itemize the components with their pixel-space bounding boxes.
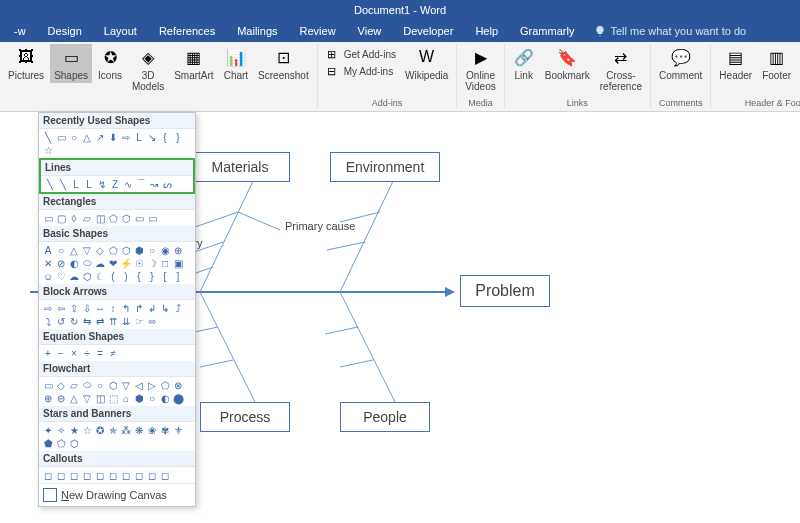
- shape-item[interactable]: ⬢: [133, 392, 145, 404]
- shape-item[interactable]: ×: [68, 347, 80, 359]
- shape-item[interactable]: ☆: [81, 424, 93, 436]
- shape-item[interactable]: ⬠: [107, 244, 119, 256]
- shape-item[interactable]: +: [42, 347, 54, 359]
- shape-line[interactable]: ╲: [44, 178, 56, 190]
- shape-item[interactable]: ▭: [55, 131, 67, 143]
- shape-item[interactable]: }: [172, 131, 184, 143]
- shape-item[interactable]: ☁: [94, 257, 106, 269]
- shape-item[interactable]: ⬠: [159, 379, 171, 391]
- shape-item[interactable]: ☞: [133, 315, 145, 327]
- shape-item[interactable]: ✯: [107, 424, 119, 436]
- shape-item[interactable]: ⇨: [120, 131, 132, 143]
- shape-item[interactable]: ⇄: [94, 315, 106, 327]
- shape-item[interactable]: ◻: [159, 469, 171, 481]
- footer-button[interactable]: ▥Footer: [758, 44, 795, 83]
- shape-item[interactable]: ☆: [42, 144, 54, 156]
- shape-item[interactable]: ╲: [42, 131, 54, 143]
- shape-item[interactable]: ◫: [94, 212, 106, 224]
- shape-item[interactable]: ▣: [172, 257, 184, 269]
- shape-item[interactable]: ▭: [146, 212, 158, 224]
- shape-item[interactable]: ⊕: [172, 244, 184, 256]
- shape-item[interactable]: ☽: [146, 257, 158, 269]
- shape-item[interactable]: ⬡: [120, 244, 132, 256]
- shape-item[interactable]: ): [120, 270, 132, 282]
- shape-item[interactable]: (: [107, 270, 119, 282]
- shape-item[interactable]: ▭: [42, 379, 54, 391]
- shape-line[interactable]: L: [83, 178, 95, 190]
- shape-item[interactable]: ⬭: [81, 379, 93, 391]
- shape-item[interactable]: ◻: [55, 469, 67, 481]
- crossref-button[interactable]: ⇄Cross- reference: [596, 44, 646, 94]
- shape-item[interactable]: ⇩: [81, 302, 93, 314]
- shape-item[interactable]: ○: [146, 244, 158, 256]
- tab-grammarly[interactable]: Grammarly: [510, 22, 584, 40]
- shape-item[interactable]: ⚜: [172, 424, 184, 436]
- shape-item[interactable]: ⬇: [107, 131, 119, 143]
- shape-item[interactable]: ☁: [68, 270, 80, 282]
- shape-item[interactable]: ⬟: [42, 437, 54, 449]
- my-addins-button[interactable]: ⊟My Add-ins: [322, 63, 399, 79]
- shape-line[interactable]: ∿: [122, 178, 134, 190]
- shape-item[interactable]: ▱: [68, 379, 80, 391]
- shape-item[interactable]: ✪: [94, 424, 106, 436]
- tab-mailings[interactable]: Mailings: [227, 22, 287, 40]
- shape-item[interactable]: ✾: [159, 424, 171, 436]
- screenshot-button[interactable]: ⊡Screenshot: [254, 44, 313, 83]
- shape-item[interactable]: ⬠: [55, 437, 67, 449]
- wikipedia-button[interactable]: WWikipedia: [401, 44, 452, 83]
- shape-item[interactable]: ↻: [68, 315, 80, 327]
- new-canvas-button[interactable]: New Drawing Canvas: [39, 483, 195, 506]
- shape-item[interactable]: ◻: [81, 469, 93, 481]
- shape-item[interactable]: −: [55, 347, 67, 359]
- shape-item[interactable]: ▱: [81, 212, 93, 224]
- shape-item[interactable]: ↰: [120, 302, 132, 314]
- shape-item[interactable]: ◫: [94, 392, 106, 404]
- box-problem[interactable]: Problem: [460, 275, 550, 307]
- shape-item[interactable]: L: [133, 131, 145, 143]
- shape-item[interactable]: ⬢: [133, 244, 145, 256]
- shape-item[interactable]: ⬄: [146, 315, 158, 327]
- shape-item[interactable]: ❋: [133, 424, 145, 436]
- shape-item[interactable]: ▽: [120, 379, 132, 391]
- shape-item[interactable]: ◻: [107, 469, 119, 481]
- shape-item[interactable]: ◻: [133, 469, 145, 481]
- shape-item[interactable]: ○: [146, 392, 158, 404]
- shape-item[interactable]: ↳: [159, 302, 171, 314]
- shape-line[interactable]: ↯: [96, 178, 108, 190]
- shape-item[interactable]: ⬡: [68, 437, 80, 449]
- shape-item[interactable]: ◐: [159, 392, 171, 404]
- tab-design[interactable]: Design: [38, 22, 92, 40]
- shape-item[interactable]: ⊘: [55, 257, 67, 269]
- box-process[interactable]: Process: [200, 402, 290, 432]
- shape-item[interactable]: ⬠: [107, 212, 119, 224]
- shape-item[interactable]: ◉: [159, 244, 171, 256]
- tab-references[interactable]: References: [149, 22, 225, 40]
- shape-item[interactable]: ⬡: [120, 212, 132, 224]
- shape-item[interactable]: [: [159, 270, 171, 282]
- shape-item[interactable]: ≠: [107, 347, 119, 359]
- shape-item[interactable]: ⌂: [120, 392, 132, 404]
- shape-item[interactable]: ↘: [146, 131, 158, 143]
- shape-item[interactable]: ⬭: [81, 257, 93, 269]
- shape-item[interactable]: ▢: [55, 212, 67, 224]
- shape-item[interactable]: ○: [68, 131, 80, 143]
- smartart-button[interactable]: ▦SmartArt: [170, 44, 217, 83]
- shape-item[interactable]: ▽: [81, 392, 93, 404]
- shape-item[interactable]: ⇦: [55, 302, 67, 314]
- icons-button[interactable]: ✪Icons: [94, 44, 126, 83]
- shape-line[interactable]: ⌒: [135, 178, 147, 190]
- shape-item[interactable]: ✧: [55, 424, 67, 436]
- link-button[interactable]: 🔗Link: [509, 44, 539, 83]
- shape-item[interactable]: ↲: [146, 302, 158, 314]
- shape-item[interactable]: ◻: [120, 469, 132, 481]
- shape-item[interactable]: ⁂: [120, 424, 132, 436]
- shape-item[interactable]: ☺: [42, 270, 54, 282]
- shape-line[interactable]: Z: [109, 178, 121, 190]
- bookmark-button[interactable]: 🔖Bookmark: [541, 44, 594, 83]
- shape-item[interactable]: ▽: [81, 244, 93, 256]
- tell-me[interactable]: Tell me what you want to do: [594, 25, 746, 37]
- shape-item[interactable]: {: [133, 270, 145, 282]
- pictures-button[interactable]: 🖼Pictures: [4, 44, 48, 83]
- shape-item[interactable]: ❤: [107, 257, 119, 269]
- shape-item[interactable]: ⬚: [107, 392, 119, 404]
